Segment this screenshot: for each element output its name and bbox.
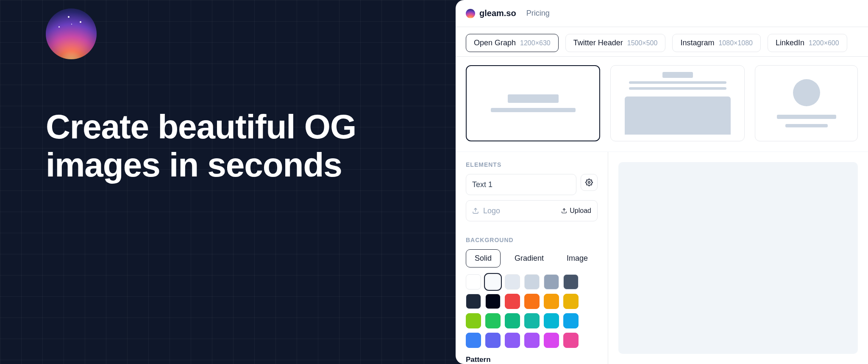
template-card-3[interactable] [755, 65, 858, 141]
color-swatch[interactable] [505, 333, 520, 348]
size-tab-label: Instagram [680, 39, 714, 47]
placeholder-circle [793, 79, 820, 106]
color-swatch[interactable] [466, 313, 481, 328]
element-text-label: Text 1 [472, 180, 570, 189]
placeholder-bar [785, 124, 828, 127]
template-card-1[interactable] [466, 65, 600, 141]
pattern-label: Pattern [466, 356, 598, 364]
upload-icon [561, 208, 567, 214]
color-swatch[interactable] [485, 274, 501, 290]
app-panel: gleam.so Pricing Open Graph 1200×630 Twi… [456, 0, 868, 364]
size-tab-open-graph[interactable]: Open Graph 1200×630 [466, 34, 559, 52]
background-section-label: Background [466, 237, 598, 243]
color-swatch[interactable] [563, 274, 579, 290]
color-swatch[interactable] [524, 313, 540, 328]
color-swatch[interactable] [466, 333, 481, 348]
placeholder-bar [508, 94, 559, 103]
hero-logo-orb [46, 8, 97, 59]
color-swatch[interactable] [563, 333, 579, 348]
element-settings-button[interactable] [581, 174, 598, 191]
template-row [456, 57, 868, 152]
svg-point-0 [588, 182, 590, 184]
color-swatch[interactable] [485, 313, 501, 328]
brand-name: gleam.so [479, 8, 516, 18]
hero-headline: Create beautiful OG images in seconds [46, 108, 456, 184]
placeholder-bar [662, 72, 693, 78]
color-swatch[interactable] [505, 274, 520, 290]
size-tab-label: LinkedIn [776, 39, 804, 47]
element-logo-row[interactable]: Logo Upload [466, 200, 598, 221]
hero-panel: Create beautiful OG images in seconds [0, 0, 456, 364]
template-card-2[interactable] [610, 65, 745, 141]
color-swatch[interactable] [544, 313, 559, 328]
sidebar: Elements Text 1 Logo Upload Background [456, 152, 608, 364]
size-tab-label: Open Graph [474, 39, 516, 47]
size-tab-dimensions: 1500×500 [627, 39, 658, 47]
size-tab-dimensions: 1080×1080 [718, 39, 753, 47]
placeholder-bar [777, 115, 836, 119]
placeholder-bar [491, 108, 576, 112]
size-tab-linkedin[interactable]: LinkedIn 1200×600 [768, 34, 847, 52]
topbar: gleam.so Pricing [456, 0, 868, 27]
color-swatch[interactable] [524, 333, 540, 348]
color-swatch[interactable] [563, 313, 579, 328]
color-swatch[interactable] [544, 274, 559, 290]
color-swatches [466, 274, 598, 348]
color-swatch[interactable] [505, 294, 520, 309]
color-swatch[interactable] [524, 294, 540, 309]
color-swatch[interactable] [485, 333, 501, 348]
upload-label: Upload [570, 207, 591, 215]
color-swatch[interactable] [524, 274, 540, 290]
brand-logo-icon [466, 9, 475, 18]
workspace: Elements Text 1 Logo Upload Background [456, 152, 868, 364]
brand[interactable]: gleam.so [466, 8, 516, 18]
size-tabs: Open Graph 1200×630 Twitter Header 1500×… [456, 27, 868, 57]
upload-action[interactable]: Upload [561, 207, 591, 215]
color-swatch[interactable] [466, 274, 481, 290]
color-swatch[interactable] [485, 294, 501, 309]
upload-icon [472, 207, 479, 214]
bg-tab-gradient[interactable]: Gradient [506, 249, 553, 267]
color-swatch[interactable] [544, 333, 559, 348]
size-tab-twitter-header[interactable]: Twitter Header 1500×500 [565, 34, 666, 52]
color-swatch[interactable] [563, 294, 579, 309]
size-tab-dimensions: 1200×630 [520, 39, 551, 47]
elements-section-label: Elements [466, 161, 598, 168]
bg-tab-solid[interactable]: Solid [466, 249, 501, 267]
element-logo-label: Logo [483, 207, 557, 215]
canvas-area [608, 152, 868, 364]
preview-canvas[interactable] [618, 162, 858, 354]
element-text-row[interactable]: Text 1 [466, 174, 576, 195]
placeholder-bar [629, 81, 726, 84]
color-swatch[interactable] [505, 313, 520, 328]
gear-icon [585, 179, 593, 186]
nav-pricing[interactable]: Pricing [526, 9, 550, 18]
placeholder-block [625, 97, 731, 135]
bg-tab-image[interactable]: Image [558, 249, 597, 267]
background-tabs: Solid Gradient Image [466, 249, 598, 267]
placeholder-bar [629, 87, 726, 90]
size-tab-instagram[interactable]: Instagram 1080×1080 [672, 34, 761, 52]
color-swatch[interactable] [544, 294, 559, 309]
size-tab-dimensions: 1200×600 [809, 39, 839, 47]
color-swatch[interactable] [466, 294, 481, 309]
size-tab-label: Twitter Header [573, 39, 623, 47]
